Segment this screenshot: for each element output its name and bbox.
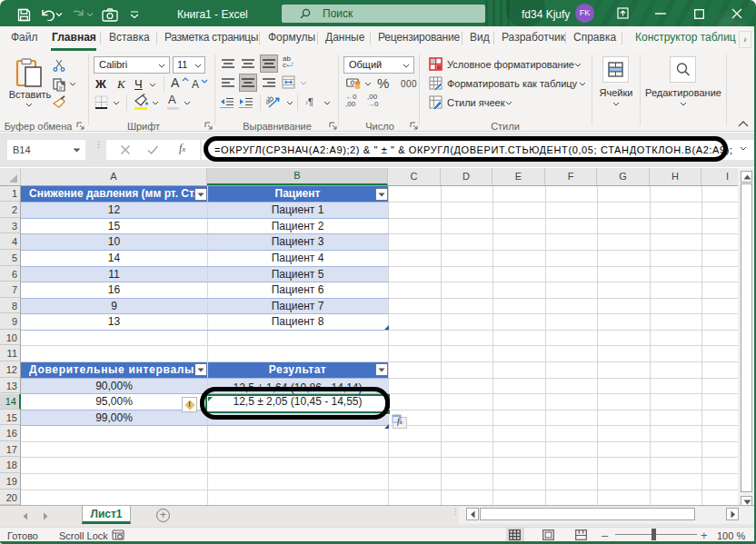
svg-text:ab: ab bbox=[266, 94, 275, 106]
